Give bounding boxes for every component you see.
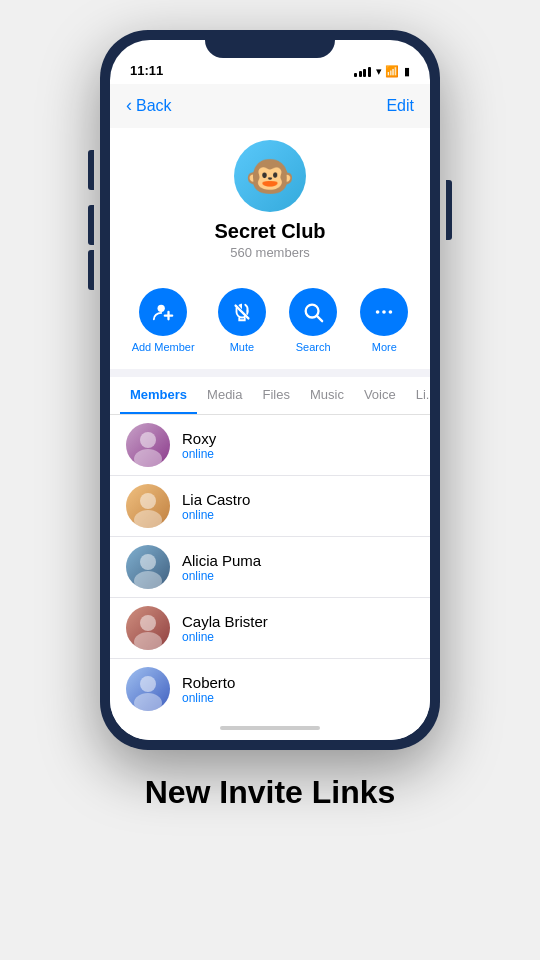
tab-links[interactable]: Li... bbox=[406, 377, 430, 414]
chevron-left-icon: ‹ bbox=[126, 95, 132, 116]
page-title: New Invite Links bbox=[145, 774, 396, 811]
notch bbox=[205, 30, 335, 58]
add-member-icon bbox=[139, 288, 187, 336]
signal-bars-icon bbox=[354, 67, 371, 77]
svg-point-11 bbox=[134, 510, 162, 528]
svg-point-0 bbox=[158, 305, 165, 312]
member-name: Lia Castro bbox=[182, 491, 250, 508]
list-item[interactable]: Roberto online bbox=[110, 659, 430, 716]
members-list: Roxy online Lia Castro online bbox=[110, 415, 430, 716]
svg-point-7 bbox=[389, 310, 393, 314]
group-info: 🐵 Secret Club 560 members bbox=[110, 128, 430, 276]
phone-wrapper: 11:11 ▾ 📶 ▮ ‹ Back bbox=[0, 0, 540, 960]
member-info: Alicia Puma online bbox=[182, 552, 261, 583]
more-icon bbox=[360, 288, 408, 336]
member-name: Roxy bbox=[182, 430, 216, 447]
member-name: Alicia Puma bbox=[182, 552, 261, 569]
member-status: online bbox=[182, 447, 216, 461]
search-label: Search bbox=[296, 341, 331, 353]
member-info: Roxy online bbox=[182, 430, 216, 461]
mute-label: Mute bbox=[230, 341, 254, 353]
svg-point-10 bbox=[140, 493, 156, 509]
more-label: More bbox=[372, 341, 397, 353]
svg-point-6 bbox=[383, 310, 387, 314]
nav-bar: ‹ Back Edit bbox=[110, 84, 430, 128]
group-avatar-emoji: 🐵 bbox=[245, 153, 295, 200]
member-info: Cayla Brister online bbox=[182, 613, 268, 644]
tab-media[interactable]: Media bbox=[197, 377, 252, 414]
search-button[interactable]: Search bbox=[289, 288, 337, 353]
member-avatar bbox=[126, 484, 170, 528]
back-button[interactable]: ‹ Back bbox=[126, 96, 172, 116]
group-avatar: 🐵 bbox=[234, 140, 306, 212]
phone-frame: 11:11 ▾ 📶 ▮ ‹ Back bbox=[100, 30, 440, 750]
battery-icon: ▮ bbox=[404, 65, 410, 78]
member-status: online bbox=[182, 691, 235, 705]
mute-button[interactable]: Mute bbox=[218, 288, 266, 353]
tab-members[interactable]: Members bbox=[120, 377, 197, 414]
list-item[interactable]: Roxy online bbox=[110, 415, 430, 476]
member-avatar bbox=[126, 667, 170, 711]
member-avatar bbox=[126, 423, 170, 467]
svg-point-5 bbox=[376, 310, 380, 314]
member-status: online bbox=[182, 569, 261, 583]
section-divider bbox=[110, 369, 430, 377]
wifi-icon: ▾ 📶 bbox=[376, 65, 399, 78]
group-members-count: 560 members bbox=[230, 245, 309, 260]
home-bar bbox=[220, 726, 320, 730]
list-item[interactable]: Alicia Puma online bbox=[110, 537, 430, 598]
svg-line-4 bbox=[317, 316, 322, 321]
list-item[interactable]: Cayla Brister online bbox=[110, 598, 430, 659]
tab-files[interactable]: Files bbox=[253, 377, 300, 414]
member-info: Lia Castro online bbox=[182, 491, 250, 522]
action-buttons: Add Member Mute bbox=[110, 276, 430, 369]
group-name: Secret Club bbox=[214, 220, 325, 243]
member-status: online bbox=[182, 630, 268, 644]
svg-point-14 bbox=[140, 615, 156, 631]
svg-point-15 bbox=[134, 632, 162, 650]
list-item[interactable]: Lia Castro online bbox=[110, 476, 430, 537]
member-name: Cayla Brister bbox=[182, 613, 268, 630]
svg-point-9 bbox=[134, 449, 162, 467]
member-avatar bbox=[126, 545, 170, 589]
edit-button[interactable]: Edit bbox=[386, 97, 414, 115]
svg-point-17 bbox=[134, 693, 162, 711]
tab-voice[interactable]: Voice bbox=[354, 377, 406, 414]
member-avatar bbox=[126, 606, 170, 650]
add-member-label: Add Member bbox=[132, 341, 195, 353]
member-info: Roberto online bbox=[182, 674, 235, 705]
tabs-bar: Members Media Files Music Voice Li... bbox=[110, 377, 430, 415]
mute-icon bbox=[218, 288, 266, 336]
phone-screen: 11:11 ▾ 📶 ▮ ‹ Back bbox=[110, 40, 430, 740]
back-label: Back bbox=[136, 97, 172, 115]
tab-music[interactable]: Music bbox=[300, 377, 354, 414]
search-icon bbox=[289, 288, 337, 336]
more-button[interactable]: More bbox=[360, 288, 408, 353]
home-indicator bbox=[110, 716, 430, 740]
svg-point-12 bbox=[140, 554, 156, 570]
add-member-button[interactable]: Add Member bbox=[132, 288, 195, 353]
member-name: Roberto bbox=[182, 674, 235, 691]
status-icons: ▾ 📶 ▮ bbox=[354, 65, 410, 78]
status-time: 11:11 bbox=[130, 63, 163, 78]
svg-point-13 bbox=[134, 571, 162, 589]
svg-point-16 bbox=[140, 676, 156, 692]
svg-point-8 bbox=[140, 432, 156, 448]
member-status: online bbox=[182, 508, 250, 522]
